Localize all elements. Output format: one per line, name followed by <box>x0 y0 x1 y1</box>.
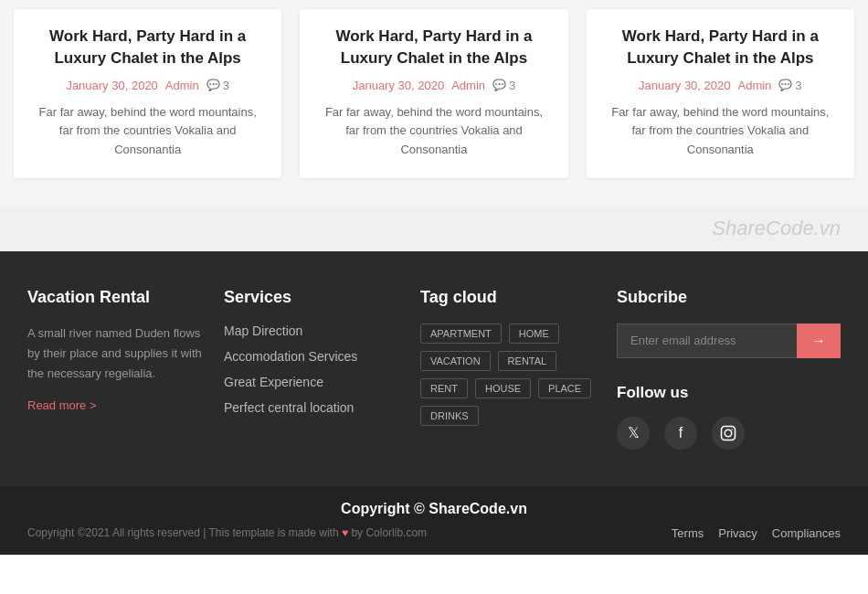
tag-apartment[interactable]: APARTMENT <box>420 324 502 344</box>
footer: Vacation Rental A small river named Dude… <box>0 251 868 486</box>
watermark-area: ShareCode.vn <box>0 206 868 251</box>
tag-drinks[interactable]: DRINKS <box>420 406 479 426</box>
copyright-sub: Copyright ©2021 All rights reserved | Th… <box>27 526 427 539</box>
card-2-date: January 30, 2020 <box>353 79 444 92</box>
comment-icon-2: 💬 <box>492 79 506 91</box>
terms-link[interactable]: Terms <box>672 526 704 540</box>
footer-col-vacation: Vacation Rental A small river named Dude… <box>27 288 206 450</box>
twitter-icon[interactable]: 𝕏 <box>617 417 650 450</box>
compliances-link[interactable]: Compliances <box>772 526 841 540</box>
colorlib-link[interactable]: Colorlib.com <box>365 526 427 539</box>
card-2-title: Work Hard, Party Hard in a Luxury Chalet… <box>318 26 549 69</box>
footer-col-services: Services Map Direction Accomodation Serv… <box>224 288 402 450</box>
tag-house[interactable]: HOUSE <box>475 378 531 398</box>
comment-icon-3: 💬 <box>778 79 792 91</box>
services-heading: Services <box>224 288 402 307</box>
tag-place[interactable]: PLACE <box>538 378 591 398</box>
footer-bottom-inner: Copyright © ShareCode.vn Copyright ©2021… <box>27 501 841 540</box>
service-item-3[interactable]: Great Experience <box>224 375 402 389</box>
blog-card-2: Work Hard, Party Hard in a Luxury Chalet… <box>300 9 567 178</box>
service-item-1[interactable]: Map Direction <box>224 324 402 338</box>
privacy-link[interactable]: Privacy <box>718 526 757 540</box>
blog-card-3: Work Hard, Party Hard in a Luxury Chalet… <box>587 9 854 178</box>
subscribe-heading: Subcribe <box>617 288 841 307</box>
footer-col-tagcloud: Tag cloud APARTMENT HOME VACATION RENTAL… <box>420 288 598 450</box>
blog-card-1: Work Hard, Party Hard in a Luxury Chalet… <box>14 9 281 178</box>
comment-icon: 💬 <box>206 79 220 91</box>
card-2-desc: Far far away, behind the word mountains,… <box>318 103 549 160</box>
card-3-author: Admin <box>738 79 772 92</box>
service-item-2[interactable]: Accomodation Services <box>224 349 402 364</box>
blog-section: Work Hard, Party Hard in a Luxury Chalet… <box>0 0 868 206</box>
vacation-description: A small river named Duden flows by their… <box>27 324 206 384</box>
card-3-comments: 💬 3 <box>778 79 801 92</box>
copyright-main: Copyright © ShareCode.vn <box>341 501 527 517</box>
svg-point-1 <box>725 430 732 437</box>
tag-rent[interactable]: RENT <box>420 378 468 398</box>
vacation-heading: Vacation Rental <box>27 288 206 307</box>
card-3-desc: Far far away, behind the word mountains,… <box>605 103 836 160</box>
tag-home[interactable]: HOME <box>509 324 559 344</box>
card-1-meta: January 30, 2020 Admin 💬 3 <box>32 79 263 92</box>
card-3-title: Work Hard, Party Hard in a Luxury Chalet… <box>605 26 836 69</box>
svg-point-2 <box>731 429 733 430</box>
footer-col-subscribe: Subcribe → Follow us 𝕏 f <box>617 288 841 450</box>
heart-icon: ♥ <box>342 526 351 539</box>
card-2-comments: 💬 3 <box>492 79 515 92</box>
tag-cloud: APARTMENT HOME VACATION RENTAL RENT HOUS… <box>420 324 598 426</box>
social-icons: 𝕏 f <box>617 417 841 450</box>
email-input[interactable] <box>617 324 797 358</box>
card-1-title: Work Hard, Party Hard in a Luxury Chalet… <box>32 26 263 69</box>
card-1-comments: 💬 3 <box>206 79 229 92</box>
tag-rental[interactable]: RENTAL <box>498 351 557 371</box>
follow-heading: Follow us <box>617 384 841 402</box>
svg-rect-0 <box>722 426 736 440</box>
read-more-link[interactable]: Read more > <box>27 398 97 412</box>
services-list: Map Direction Accomodation Services Grea… <box>224 324 402 415</box>
card-3-meta: January 30, 2020 Admin 💬 3 <box>605 79 836 92</box>
tagcloud-heading: Tag cloud <box>420 288 598 307</box>
card-3-date: January 30, 2020 <box>639 79 730 92</box>
footer-grid: Vacation Rental A small river named Dude… <box>27 288 841 486</box>
subscribe-button[interactable]: → <box>797 324 841 358</box>
facebook-icon[interactable]: f <box>664 417 697 450</box>
service-item-4[interactable]: Perfect central location <box>224 400 402 415</box>
card-1-author: Admin <box>165 79 199 92</box>
card-2-meta: January 30, 2020 Admin 💬 3 <box>318 79 549 92</box>
footer-links: Terms Privacy Compliances <box>672 526 841 540</box>
card-1-date: January 30, 2020 <box>66 79 157 92</box>
card-1-desc: Far far away, behind the word mountains,… <box>32 103 263 160</box>
watermark-text: ShareCode.vn <box>712 217 841 240</box>
tag-vacation[interactable]: VACATION <box>420 351 491 371</box>
cards-row: Work Hard, Party Hard in a Luxury Chalet… <box>14 0 854 178</box>
footer-bottom: Copyright © ShareCode.vn Copyright ©2021… <box>0 486 868 555</box>
instagram-icon[interactable] <box>712 417 745 450</box>
card-2-author: Admin <box>451 79 485 92</box>
footer-bottom-row: Copyright ©2021 All rights reserved | Th… <box>27 526 841 540</box>
subscribe-form: → <box>617 324 841 358</box>
